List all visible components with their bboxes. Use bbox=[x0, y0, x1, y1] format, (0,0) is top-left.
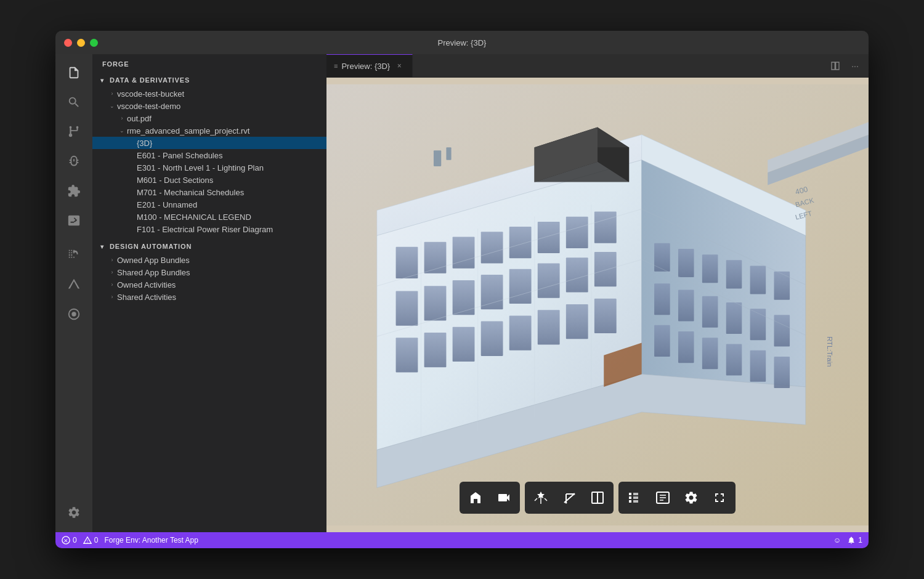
tree-item-vscode-test-demo[interactable]: ⌄ vscode-test-demo bbox=[92, 100, 326, 112]
svg-rect-46 bbox=[654, 283, 670, 315]
svg-rect-51 bbox=[774, 315, 790, 346]
activity-bar bbox=[55, 54, 92, 532]
forge-env[interactable]: Forge Env: Another Test App bbox=[104, 536, 198, 545]
svg-text:RTL:Train: RTL:Train bbox=[826, 336, 833, 366]
tab-close-button[interactable]: × bbox=[394, 60, 405, 71]
preview-area: 400 BACK LEFT RTL:Train bbox=[326, 78, 869, 532]
minimize-button[interactable] bbox=[77, 39, 85, 47]
tree-item-m601[interactable]: › M601 - Duct Sections bbox=[92, 174, 326, 186]
warning-icon: ! bbox=[83, 536, 92, 545]
tree-item-m701[interactable]: › M701 - Mechanical Schedules bbox=[92, 186, 326, 198]
section-design-automation[interactable]: ▾ DESIGN AUTOMATION bbox=[92, 239, 326, 254]
svg-rect-53 bbox=[678, 331, 694, 363]
toolbar-group-info bbox=[618, 482, 736, 514]
tree-item-owned-app-bundles[interactable]: › Owned App Bundles bbox=[92, 254, 326, 266]
search-icon[interactable] bbox=[60, 89, 87, 116]
viewer-toolbar bbox=[460, 482, 736, 514]
section-data-derivatives[interactable]: ▾ DATA & DERIVATIVES bbox=[92, 73, 326, 87]
fullscreen-button[interactable] bbox=[706, 484, 733, 511]
chevron-right-icon: › bbox=[117, 113, 127, 123]
titlebar: Preview: {3D} bbox=[55, 31, 869, 54]
svg-rect-20 bbox=[509, 227, 532, 258]
maximize-button[interactable] bbox=[90, 39, 98, 47]
forge-circle-icon[interactable] bbox=[60, 301, 87, 328]
tab-preview-3d[interactable]: ≡ Preview: {3D} × bbox=[326, 54, 413, 77]
tree-item-vscode-test-bucket[interactable]: › vscode-test-bucket bbox=[92, 87, 326, 100]
error-count[interactable]: ✕ 0 bbox=[62, 536, 77, 545]
svg-rect-54 bbox=[702, 338, 718, 369]
window-title: Preview: {3D} bbox=[438, 38, 487, 47]
forge-a-icon[interactable] bbox=[60, 271, 87, 298]
chevron-right-icon: › bbox=[107, 280, 117, 290]
svg-rect-16 bbox=[396, 247, 418, 278]
smiley-icon: ☺ bbox=[833, 536, 841, 545]
error-icon: ✕ bbox=[62, 536, 70, 545]
svg-rect-41 bbox=[678, 249, 694, 277]
sidebar-header: FORGE bbox=[92, 54, 326, 73]
measure-button[interactable] bbox=[556, 484, 583, 511]
svg-rect-42 bbox=[702, 254, 718, 283]
properties-button[interactable] bbox=[649, 484, 676, 511]
svg-rect-82 bbox=[629, 493, 631, 495]
tree-item-m100[interactable]: › M100 - MECHANICAL LEGEND bbox=[92, 211, 326, 223]
svg-text:!: ! bbox=[87, 539, 88, 543]
files-icon[interactable] bbox=[60, 59, 87, 86]
tree-item-shared-activities[interactable]: › Shared Activities bbox=[92, 291, 326, 303]
chevron-right-icon: › bbox=[107, 267, 117, 277]
chevron-down-icon: ▾ bbox=[97, 75, 107, 85]
model-tree-button[interactable] bbox=[621, 484, 648, 511]
smiley-button[interactable]: ☺ bbox=[833, 536, 841, 545]
more-actions-button[interactable]: ··· bbox=[846, 57, 864, 75]
tree-item-e201[interactable]: › E201 - Unnamed bbox=[92, 198, 326, 211]
svg-rect-87 bbox=[633, 500, 638, 503]
terminal-icon[interactable] bbox=[60, 207, 87, 234]
app-window: Preview: {3D} bbox=[55, 31, 869, 548]
source-control-icon[interactable] bbox=[60, 118, 87, 145]
settings-icon[interactable] bbox=[60, 499, 87, 526]
tree-item-e301[interactable]: › E301 - North Level 1 - Lighting Plan bbox=[92, 161, 326, 174]
svg-rect-52 bbox=[654, 325, 670, 357]
svg-rect-25 bbox=[424, 286, 447, 320]
svg-rect-19 bbox=[481, 232, 503, 263]
svg-rect-31 bbox=[594, 252, 617, 286]
svg-rect-21 bbox=[538, 222, 560, 253]
docker-icon[interactable] bbox=[60, 241, 87, 269]
close-button[interactable] bbox=[64, 39, 72, 47]
svg-rect-32 bbox=[396, 338, 418, 372]
chevron-down-icon: ⌄ bbox=[107, 101, 117, 111]
svg-rect-83 bbox=[633, 493, 638, 495]
extensions-icon[interactable] bbox=[60, 177, 87, 204]
camera-button[interactable] bbox=[490, 484, 517, 511]
svg-rect-26 bbox=[453, 280, 475, 315]
svg-rect-17 bbox=[424, 242, 447, 273]
item-label: F101 - Electrical Power Riser Diagram bbox=[137, 225, 322, 234]
settings-viewer-button[interactable] bbox=[678, 484, 705, 511]
debug-icon[interactable] bbox=[60, 148, 87, 175]
svg-rect-84 bbox=[629, 496, 631, 499]
tree-item-e601[interactable]: › E601 - Panel Schedules bbox=[92, 149, 326, 161]
tree-item-shared-app-bundles[interactable]: › Shared App Bundles bbox=[92, 266, 326, 278]
split-editor-button[interactable] bbox=[827, 57, 844, 75]
chevron-down-icon: ⌄ bbox=[117, 126, 127, 136]
status-right: ☺ 1 bbox=[833, 536, 862, 545]
warning-count[interactable]: ! 0 bbox=[83, 536, 99, 545]
tree-item-3d[interactable]: › {3D} bbox=[92, 137, 326, 149]
building-3d-view: 400 BACK LEFT RTL:Train bbox=[326, 78, 869, 532]
explode-button[interactable] bbox=[527, 484, 554, 511]
item-label: Owned Activities bbox=[117, 280, 322, 290]
svg-rect-48 bbox=[702, 296, 718, 328]
section-button[interactable] bbox=[584, 484, 611, 511]
tree-item-f101[interactable]: › F101 - Electrical Power Riser Diagram bbox=[92, 223, 326, 235]
editor-area: ≡ Preview: {3D} × ··· bbox=[326, 54, 869, 532]
tree-item-out-pdf[interactable]: › out.pdf bbox=[92, 112, 326, 124]
svg-rect-61 bbox=[434, 150, 441, 166]
notification-bell[interactable]: 1 bbox=[847, 536, 862, 545]
svg-rect-37 bbox=[538, 310, 560, 344]
home-view-button[interactable] bbox=[462, 484, 489, 511]
chevron-right-icon: › bbox=[107, 292, 117, 302]
svg-point-79 bbox=[573, 493, 575, 495]
tree-item-rme-rvt[interactable]: ⌄ rme_advanced_sample_project.rvt bbox=[92, 124, 326, 137]
tree-item-owned-activities[interactable]: › Owned Activities bbox=[92, 278, 326, 291]
svg-point-3 bbox=[76, 126, 79, 129]
forge-env-label: Forge Env: Another Test App bbox=[104, 536, 198, 545]
